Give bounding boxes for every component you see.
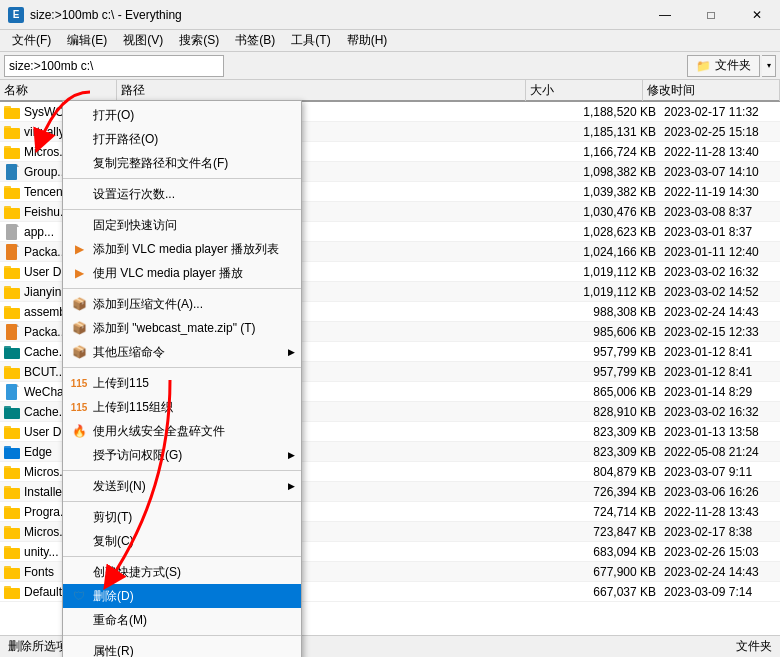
file-icon [4,524,20,540]
file-icon [4,444,20,460]
minimize-button[interactable]: — [642,0,688,30]
svg-rect-37 [4,466,11,470]
close-button[interactable]: ✕ [734,0,780,30]
file-icon [4,144,20,160]
file-modified-cell: 2023-01-12 8:41 [660,362,780,382]
col-name[interactable]: 名称 [0,79,117,101]
window-title: size:>100mb c:\ - Everything [30,8,182,22]
file-modified-cell: 2023-02-24 14:43 [660,562,780,582]
col-modified[interactable]: 修改时间 [643,79,780,101]
ctx-icon-empty [69,217,89,233]
svg-rect-41 [4,506,11,510]
file-size-cell: 724,714 KB [540,502,660,522]
svg-rect-31 [4,406,11,410]
menu-edit[interactable]: 编辑(E) [59,30,115,52]
file-size-cell: 1,098,382 KB [540,162,660,182]
menu-bar: 文件(F) 编辑(E) 视图(V) 搜索(S) 书签(B) 工具(T) 帮助(H… [0,30,780,52]
file-modified-cell: 2023-02-26 15:03 [660,542,780,562]
vlc-icon: ▶ [69,241,89,257]
file-modified-cell: 2023-02-25 15:18 [660,122,780,142]
file-icon [4,264,20,280]
context-menu-item-create-shortcut[interactable]: 创建快捷方式(S) [63,560,301,584]
file-size-cell: 865,006 KB [540,382,660,402]
file-size-cell: 1,019,112 KB [540,262,660,282]
file-size-cell: 957,799 KB [540,362,660,382]
context-menu-item-grant-access[interactable]: 授予访问权限(G) [63,443,301,467]
svg-rect-33 [4,426,11,430]
folder-button[interactable]: 📁 文件夹 [687,55,760,77]
file-icon [4,504,20,520]
svg-rect-12 [6,224,17,240]
context-menu-item-properties[interactable]: 属性(R) [63,639,301,657]
menu-help[interactable]: 帮助(H) [339,30,396,52]
file-modified-cell: 2022-11-28 13:43 [660,502,780,522]
file-icon [4,224,20,240]
menu-view[interactable]: 视图(V) [115,30,171,52]
context-menu-separator [63,209,301,210]
file-modified-cell: 2023-03-07 9:11 [660,462,780,482]
svg-rect-43 [4,526,11,530]
file-icon [4,464,20,480]
context-menu-item-open-path[interactable]: 打开路径(O) [63,127,301,151]
folder-dropdown-arrow[interactable]: ▾ [762,55,776,77]
context-menu-separator [63,470,301,471]
context-menu-item-upload-115-org[interactable]: 115上传到115组织 [63,395,301,419]
col-path[interactable]: 路径 [117,79,526,101]
context-menu-item-delete[interactable]: 🛡删除(D) [63,584,301,608]
svg-rect-22 [6,324,17,340]
context-menu-item-huorong[interactable]: 🔥使用火绒安全全盘碎文件 [63,419,301,443]
svg-rect-47 [4,566,11,570]
file-modified-cell: 2023-02-17 8:38 [660,522,780,542]
file-size-cell: 683,094 KB [540,542,660,562]
title-bar: E size:>100mb c:\ - Everything — □ ✕ [0,0,780,30]
context-menu-item-rename[interactable]: 重命名(M) [63,608,301,632]
context-menu-item-send-to[interactable]: 发送到(N) [63,474,301,498]
file-size-cell: 823,309 KB [540,422,660,442]
svg-rect-25 [4,346,11,350]
context-menu-item-cut[interactable]: 剪切(T) [63,505,301,529]
svg-marker-23 [17,324,19,327]
menu-bookmarks[interactable]: 书签(B) [227,30,283,52]
upload-icon: 115 [69,399,89,415]
context-menu-item-upload-115[interactable]: 115上传到115 [63,371,301,395]
svg-rect-27 [4,366,11,370]
context-menu-item-vlc-playlist[interactable]: ▶添加到 VLC media player 播放列表 [63,237,301,261]
file-icon [4,104,20,120]
col-size[interactable]: 大小 [526,79,643,101]
ctx-icon-empty [69,155,89,171]
menu-file[interactable]: 文件(F) [4,30,59,52]
maximize-button[interactable]: □ [688,0,734,30]
file-size-cell: 804,879 KB [540,462,660,482]
context-menu-item-open[interactable]: 打开(O) [63,103,301,127]
svg-rect-28 [6,384,17,400]
context-menu-separator [63,556,301,557]
file-size-cell: 1,188,520 KB [540,102,660,122]
svg-rect-6 [6,164,17,180]
window-controls: — □ ✕ [642,0,780,30]
file-modified-cell: 2023-03-01 8:37 [660,222,780,242]
context-menu-item-vlc-play[interactable]: ▶使用 VLC media player 播放 [63,261,301,285]
context-menu-item-compress-add[interactable]: 📦添加到压缩文件(A)... [63,292,301,316]
svg-rect-17 [4,266,11,270]
svg-marker-13 [17,224,19,227]
context-menu-item-more-compress[interactable]: 📦其他压缩命令 [63,340,301,364]
file-size-cell: 1,030,476 KB [540,202,660,222]
search-input[interactable] [4,55,224,77]
context-menu-item-compress-named[interactable]: 📦添加到 "webcast_mate.zip" (T) [63,316,301,340]
file-modified-cell: 2022-11-28 13:40 [660,142,780,162]
svg-rect-3 [4,126,11,130]
menu-tools[interactable]: 工具(T) [283,30,338,52]
context-menu-item-pin-quick[interactable]: 固定到快速访问 [63,213,301,237]
file-icon [4,424,20,440]
context-menu-item-copy-path[interactable]: 复制完整路径和文件名(F) [63,151,301,175]
file-icon [4,484,20,500]
file-icon [4,404,20,420]
file-icon [4,184,20,200]
context-menu-item-copy[interactable]: 复制(C) [63,529,301,553]
context-menu-item-run-count[interactable]: 设置运行次数... [63,182,301,206]
file-size-cell: 1,185,131 KB [540,122,660,142]
file-size-cell: 1,019,112 KB [540,282,660,302]
svg-marker-7 [17,164,19,167]
menu-search[interactable]: 搜索(S) [171,30,227,52]
status-right: 文件夹 [736,638,772,655]
